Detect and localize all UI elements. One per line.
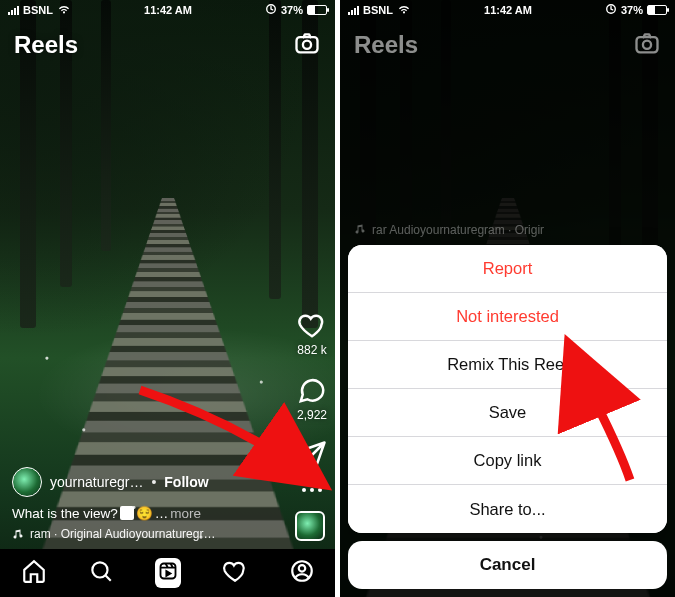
bottom-nav-bar [0,549,335,597]
like-count: 882 k [297,343,326,357]
heart-icon [297,310,327,340]
orientation-lock-icon [605,3,617,17]
profile-tab[interactable] [289,558,315,588]
wifi-icon [397,4,411,17]
sheet-not-interested[interactable]: Not interested [348,293,667,341]
sheet-copy-link[interactable]: Copy link [348,437,667,485]
music-note-icon [12,528,24,540]
user-avatar[interactable] [12,467,42,497]
svg-point-6 [298,565,305,572]
cellular-signal-icon [348,5,359,15]
audio-attribution[interactable]: ram · Original Audioyournaturegr… [12,527,275,541]
ios-status-bar: BSNL 11:42 AM 37% [340,0,675,20]
svg-point-9 [643,41,651,49]
orientation-lock-icon [265,3,277,17]
carrier-label: BSNL [23,4,53,16]
carrier-label: BSNL [363,4,393,16]
screenshot-left: BSNL 11:42 AM 37% Reels 882 k 2,922 [0,0,335,597]
sheet-remix-this-reel[interactable]: Remix This Reel [348,341,667,389]
username-label[interactable]: yournaturegr… [50,474,143,490]
sheet-save[interactable]: Save [348,389,667,437]
sheet-report[interactable]: Report [348,245,667,293]
caption-more-link[interactable]: more [170,506,201,521]
comment-icon [297,375,327,405]
sheet-cancel[interactable]: Cancel [348,541,667,589]
audio-album-button[interactable] [295,511,325,541]
svg-point-3 [92,562,107,577]
unknown-glyph-icon [120,506,134,520]
svg-rect-8 [637,37,658,52]
svg-rect-1 [297,37,318,52]
activity-tab[interactable] [222,558,248,588]
search-tab[interactable] [88,558,114,588]
more-options-button[interactable] [302,488,322,492]
comment-count: 2,922 [297,408,327,422]
clock-label: 11:42 AM [484,4,532,16]
action-sheet: Report Not interested Remix This Reel Sa… [340,237,675,597]
svg-point-2 [303,41,311,49]
caption-label: What is the view? [12,506,118,521]
share-button[interactable] [297,440,327,470]
like-button[interactable]: 882 k [297,310,327,357]
relieved-emoji-icon: 😌 [136,505,153,521]
home-tab[interactable] [21,558,47,588]
battery-icon [307,5,327,15]
comment-button[interactable]: 2,922 [297,375,327,422]
audio-text: ram · Original Audioyournaturegr… [30,527,215,541]
battery-icon [647,5,667,15]
dimmed-audio-text: rar Audioyournaturegram · Origir [372,223,544,237]
follow-button[interactable]: Follow [164,474,208,490]
sheet-share-to[interactable]: Share to... [348,485,667,533]
separator-dot: • [151,474,156,490]
reels-title: Reels [354,31,418,59]
send-icon [297,440,327,470]
camera-icon[interactable] [633,29,661,61]
reels-title: Reels [14,31,78,59]
wifi-icon [57,4,71,17]
dimmed-audio-row: rar Audioyournaturegram · Origir [354,223,635,237]
battery-percent-label: 37% [621,4,643,16]
reels-tab[interactable] [155,558,181,588]
music-note-icon [354,223,366,235]
screenshot-right: BSNL 11:42 AM 37% Reels rar Audioyournat… [340,0,675,597]
ios-status-bar: BSNL 11:42 AM 37% [0,0,335,20]
camera-icon[interactable] [293,29,321,61]
right-action-rail: 882 k 2,922 [297,310,327,492]
cellular-signal-icon [8,5,19,15]
battery-percent-label: 37% [281,4,303,16]
clock-label: 11:42 AM [144,4,192,16]
more-dots-icon [302,488,322,492]
